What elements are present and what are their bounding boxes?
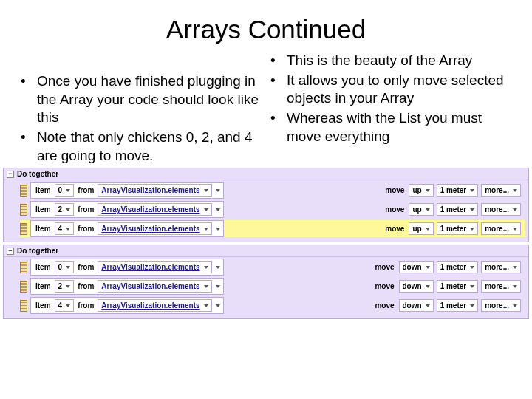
code-rows: Item0fromArrayVisualization.elementsmove…: [4, 257, 528, 318]
chevron-down-icon: [426, 189, 430, 192]
drag-grip-icon[interactable]: [20, 204, 27, 216]
chevron-down-icon: [426, 208, 430, 211]
item-token[interactable]: Item0fromArrayVisualization.elements: [30, 182, 224, 199]
drag-grip-icon[interactable]: [20, 281, 27, 293]
item-token[interactable]: Item0fromArrayVisualization.elements: [30, 259, 224, 276]
bullet-icon: •: [270, 109, 287, 146]
chevron-down-icon: [66, 208, 70, 211]
array-reference-token[interactable]: ArrayVisualization.elements: [98, 261, 211, 273]
distance-token[interactable]: 1 meter: [437, 261, 479, 273]
move-keyword: move: [373, 301, 395, 310]
slide-title: Arrays Continued: [0, 0, 532, 52]
left-column: • Once you have finished plugging in the…: [21, 52, 262, 166]
list-item: • It allows you to only move selected ob…: [270, 72, 511, 108]
list-item: • Note that only chickens 0, 2, and 4 ar…: [21, 129, 262, 165]
array-reference-token[interactable]: ArrayVisualization.elements: [98, 299, 211, 312]
more-token[interactable]: more...: [481, 222, 521, 235]
distance-token[interactable]: 1 meter: [437, 299, 479, 312]
array-reference-token[interactable]: ArrayVisualization.elements: [98, 280, 211, 293]
drag-grip-icon[interactable]: [20, 262, 27, 273]
direction-token[interactable]: down: [399, 261, 434, 273]
chevron-down-icon: [513, 285, 517, 288]
chevron-down-icon: [470, 266, 474, 269]
item-keyword: Item: [34, 225, 52, 233]
bullet-text: This is the beauty of the Array: [287, 52, 472, 70]
item-token[interactable]: Item4fromArrayVisualization.elements: [30, 297, 224, 314]
bullet-text: Note that only chickens 0, 2, and 4 are …: [37, 129, 262, 165]
item-keyword: Item: [34, 282, 52, 290]
drag-grip-icon[interactable]: [20, 185, 27, 197]
move-keyword: move: [383, 186, 406, 194]
chevron-down-icon: [470, 304, 474, 307]
index-token[interactable]: 0: [55, 184, 75, 197]
chevron-down-icon: [426, 285, 430, 288]
index-token[interactable]: 4: [55, 299, 75, 312]
code-row[interactable]: Item2fromArrayVisualization.elementsmove…: [20, 278, 525, 295]
do-together-label: Do together: [17, 247, 58, 255]
code-row[interactable]: Item0fromArrayVisualization.elementsmove…: [20, 259, 525, 276]
item-token[interactable]: Item4fromArrayVisualization.elements: [30, 220, 224, 237]
bullet-icon: •: [270, 52, 287, 70]
array-reference-token[interactable]: ArrayVisualization.elements: [98, 184, 211, 197]
chevron-down-icon: [66, 228, 70, 231]
more-token[interactable]: more...: [481, 203, 521, 216]
distance-token[interactable]: 1 meter: [437, 203, 479, 216]
list-item: • This is the beauty of the Array: [270, 52, 511, 70]
do-together-block[interactable]: −Do togetherItem0fromArrayVisualization.…: [3, 168, 529, 242]
move-keyword: move: [373, 282, 395, 290]
direction-token[interactable]: up: [409, 203, 433, 216]
direction-token[interactable]: down: [399, 280, 434, 293]
drag-grip-icon[interactable]: [20, 223, 27, 235]
chevron-down-icon: [66, 189, 70, 192]
more-token[interactable]: more...: [481, 261, 521, 273]
index-token[interactable]: 4: [55, 222, 75, 235]
right-column: • This is the beauty of the Array • It a…: [270, 52, 511, 166]
distance-token[interactable]: 1 meter: [437, 184, 479, 197]
chevron-down-icon: [470, 285, 474, 288]
chevron-down-icon: [470, 228, 474, 231]
code-row[interactable]: Item2fromArrayVisualization.elementsmove…: [20, 201, 525, 218]
chevron-down-icon: [204, 189, 208, 192]
item-keyword: Item: [34, 301, 52, 310]
chevron-down-icon: [204, 304, 208, 307]
more-token[interactable]: more...: [481, 184, 521, 197]
index-token[interactable]: 0: [55, 261, 75, 273]
array-reference-token[interactable]: ArrayVisualization.elements: [98, 203, 211, 216]
chevron-down-icon: [216, 208, 220, 211]
more-token[interactable]: more...: [481, 299, 521, 312]
do-together-header[interactable]: −Do together: [4, 245, 528, 257]
direction-token[interactable]: up: [409, 184, 433, 197]
item-token[interactable]: Item2fromArrayVisualization.elements: [30, 201, 224, 218]
move-keyword: move: [383, 205, 406, 214]
chevron-down-icon: [66, 304, 70, 307]
index-token[interactable]: 2: [55, 280, 75, 293]
drag-grip-icon[interactable]: [20, 300, 27, 312]
code-row[interactable]: Item4fromArrayVisualization.elementsmove…: [20, 220, 525, 237]
chevron-down-icon: [216, 266, 220, 269]
chevron-down-icon: [204, 228, 208, 231]
distance-token[interactable]: 1 meter: [437, 280, 479, 293]
chevron-down-icon: [216, 228, 220, 231]
chevron-down-icon: [204, 266, 208, 269]
array-reference-token[interactable]: ArrayVisualization.elements: [98, 222, 211, 235]
action-section: movedown1 metermore...: [373, 280, 525, 293]
action-section: movedown1 metermore...: [373, 299, 525, 312]
distance-token[interactable]: 1 meter: [437, 222, 479, 235]
index-token[interactable]: 2: [55, 203, 75, 216]
code-row[interactable]: Item4fromArrayVisualization.elementsmove…: [20, 297, 525, 314]
chevron-down-icon: [216, 285, 220, 288]
item-token[interactable]: Item2fromArrayVisualization.elements: [30, 278, 224, 295]
more-token[interactable]: more...: [481, 280, 521, 293]
collapse-icon[interactable]: −: [7, 171, 14, 178]
direction-token[interactable]: up: [409, 222, 433, 235]
direction-token[interactable]: down: [399, 299, 434, 312]
from-keyword: from: [76, 263, 95, 271]
chevron-down-icon: [513, 208, 517, 211]
collapse-icon[interactable]: −: [7, 248, 14, 255]
code-row[interactable]: Item0fromArrayVisualization.elementsmove…: [20, 182, 525, 199]
list-item: • Once you have finished plugging in the…: [21, 72, 262, 127]
from-keyword: from: [76, 186, 95, 194]
do-together-block[interactable]: −Do togetherItem0fromArrayVisualization.…: [3, 245, 529, 319]
do-together-header[interactable]: −Do together: [4, 168, 528, 180]
chevron-down-icon: [204, 285, 208, 288]
